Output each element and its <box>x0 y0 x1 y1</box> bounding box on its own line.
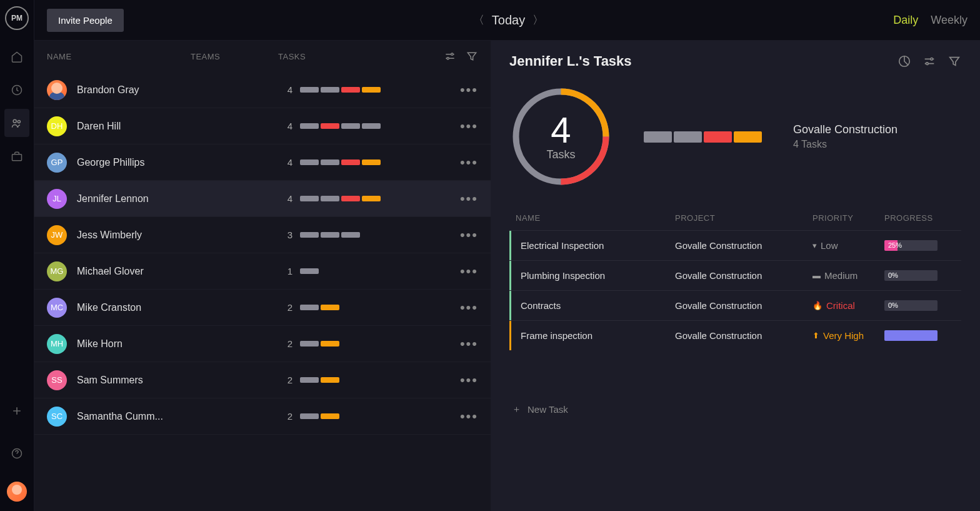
avatar: MH <box>47 334 67 354</box>
task-count: 2 <box>277 411 292 422</box>
task-priority: ▾Low <box>812 240 884 251</box>
briefcase-icon[interactable] <box>4 142 29 170</box>
person-row[interactable]: MGMichael Glover1••• <box>34 253 491 290</box>
task-count: 4 <box>277 121 292 131</box>
task-name: Electrical Inspection <box>516 240 675 251</box>
people-table-header: NAME TEAMS TASKS <box>34 41 491 72</box>
date-navigator: 〈 Today 〉 <box>124 13 894 28</box>
task-bars <box>300 196 381 201</box>
task-count: 4 <box>277 84 292 95</box>
person-row[interactable]: SCSamantha Cumm...2••• <box>34 398 491 435</box>
task-bars <box>300 268 319 274</box>
svg-point-5 <box>451 53 453 55</box>
avatar: MG <box>47 261 67 281</box>
person-name: Michael Glover <box>77 266 189 277</box>
avatar: DH <box>47 116 67 136</box>
svg-point-8 <box>931 58 933 61</box>
svg-point-1 <box>13 119 16 123</box>
task-bars <box>300 341 339 347</box>
task-project: Govalle Construction <box>675 270 812 281</box>
people-icon[interactable] <box>4 109 29 137</box>
task-count: 4 <box>277 157 292 168</box>
task-progress <box>884 330 955 341</box>
row-menu-icon[interactable]: ••• <box>460 82 478 98</box>
next-chevron-icon[interactable]: 〉 <box>532 13 544 28</box>
view-weekly[interactable]: Weekly <box>931 14 968 27</box>
task-progress: 0% <box>884 300 955 311</box>
task-progress: 25% <box>884 240 955 251</box>
date-label: Today <box>492 13 525 28</box>
new-task-button[interactable]: ＋ New Task <box>509 403 961 415</box>
filter-icon[interactable] <box>466 50 478 63</box>
task-ring: 4 Tasks <box>509 85 612 188</box>
person-name: Daren Hill <box>77 121 189 132</box>
view-toggle: Daily Weekly <box>893 14 968 27</box>
row-menu-icon[interactable]: ••• <box>460 118 478 134</box>
filter-icon[interactable] <box>948 54 961 68</box>
row-menu-icon[interactable]: ••• <box>460 408 478 425</box>
summary-bars <box>644 131 762 143</box>
person-row[interactable]: DHDaren Hill4••• <box>34 108 491 144</box>
app-logo[interactable]: PM <box>5 6 29 30</box>
task-count: 2 <box>277 338 292 349</box>
help-icon[interactable] <box>4 439 29 467</box>
avatar: JL <box>47 189 67 209</box>
person-row[interactable]: Brandon Gray4••• <box>34 72 491 108</box>
top-bar: Invite People 〈 Today 〉 Daily Weekly <box>34 0 980 41</box>
settings-sliders-icon[interactable] <box>922 54 936 68</box>
row-menu-icon[interactable]: ••• <box>460 154 478 171</box>
task-bars <box>300 123 381 129</box>
tcol-progress: PROGRESS <box>884 213 955 223</box>
person-row[interactable]: MCMike Cranston2••• <box>34 290 491 326</box>
task-table-header: NAME PROJECT PRIORITY PROGRESS <box>509 213 961 223</box>
row-menu-icon[interactable]: ••• <box>460 263 478 280</box>
avatar: SS <box>47 370 67 390</box>
task-row[interactable]: Electrical InspectionGovalle Constructio… <box>509 230 961 260</box>
person-name: Mike Cranston <box>77 302 189 313</box>
view-daily[interactable]: Daily <box>893 14 918 27</box>
task-bars <box>300 159 381 165</box>
detail-panel: Jennifer L.'s Tasks 4 Tasks <box>491 41 980 511</box>
row-menu-icon[interactable]: ••• <box>460 191 478 207</box>
row-menu-icon[interactable]: ••• <box>460 372 478 388</box>
task-bars <box>300 232 360 238</box>
user-avatar[interactable] <box>7 482 27 502</box>
detail-title: Jennifer L.'s Tasks <box>509 53 632 69</box>
avatar: SC <box>47 407 67 427</box>
plus-icon[interactable] <box>4 397 29 425</box>
task-project: Govalle Construction <box>675 330 812 341</box>
task-project: Govalle Construction <box>675 240 812 251</box>
settings-sliders-icon[interactable] <box>444 50 456 63</box>
person-row[interactable]: SSSam Summers2••• <box>34 362 491 398</box>
task-name: Contracts <box>516 300 675 311</box>
person-name: Sam Summers <box>77 375 189 386</box>
task-row[interactable]: ContractsGovalle Construction🔥Critical0% <box>509 290 961 320</box>
person-row[interactable]: JLJennifer Lennon4••• <box>34 181 491 217</box>
new-task-label: New Task <box>528 404 568 415</box>
person-name: Jennifer Lennon <box>77 193 189 205</box>
svg-point-2 <box>18 120 20 123</box>
prev-chevron-icon[interactable]: 〈 <box>473 13 484 28</box>
task-bars <box>300 305 339 310</box>
task-priority: 🔥Critical <box>812 300 884 311</box>
row-menu-icon[interactable]: ••• <box>460 227 478 243</box>
row-menu-icon[interactable]: ••• <box>460 300 478 316</box>
person-row[interactable]: GPGeorge Phillips4••• <box>34 144 491 181</box>
task-bars <box>300 413 339 419</box>
pie-chart-icon[interactable] <box>898 54 911 68</box>
invite-people-button[interactable]: Invite People <box>47 9 124 32</box>
task-row[interactable]: Plumbing InspectionGovalle Construction▬… <box>509 260 961 290</box>
person-row[interactable]: JWJess Wimberly3••• <box>34 217 491 253</box>
task-priority: ▬Medium <box>812 270 884 281</box>
avatar <box>47 80 67 100</box>
task-row[interactable]: Frame inspectionGovalle Construction⬆Ver… <box>509 320 961 350</box>
person-name: Samantha Cumm... <box>77 411 189 422</box>
priority-icon: ⬆ <box>812 331 819 340</box>
clock-icon[interactable] <box>4 76 29 104</box>
home-icon[interactable] <box>4 43 29 71</box>
task-count: 1 <box>277 266 292 276</box>
svg-rect-3 <box>12 154 22 160</box>
person-row[interactable]: MHMike Horn2••• <box>34 326 491 362</box>
task-project: Govalle Construction <box>675 300 812 311</box>
row-menu-icon[interactable]: ••• <box>460 336 478 352</box>
